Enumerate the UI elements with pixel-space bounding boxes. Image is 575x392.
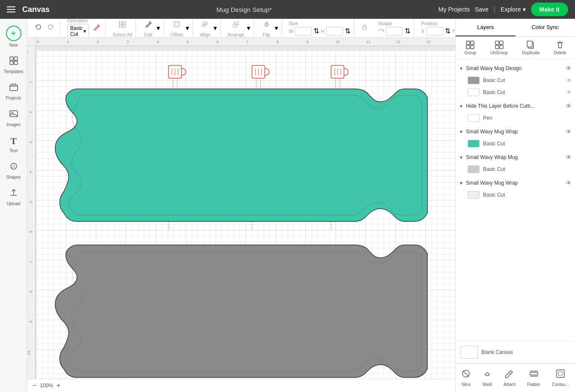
top-nav: Canvas Mug Design Setup* My Projects Sav…	[0, 0, 575, 19]
align-dropdown-arrow[interactable]: ▾	[213, 24, 217, 32]
hamburger-menu[interactable]	[7, 6, 15, 12]
edit-button[interactable]	[143, 19, 154, 31]
save-button[interactable]: Save	[475, 6, 489, 13]
mug-icon-3	[331, 65, 348, 89]
height-stepper-icon: ⇅	[345, 27, 350, 35]
chevron-icon: ▾	[83, 28, 86, 34]
width-input[interactable]	[295, 27, 312, 35]
sidebar-item-shapes[interactable]: Shapes	[0, 158, 27, 183]
mug-icon-2	[252, 65, 269, 89]
layer-item-bc2[interactable]: Basic Cut 👁	[456, 86, 575, 98]
redo-button[interactable]	[45, 22, 56, 34]
teal-wrap-shape[interactable]	[36, 50, 455, 379]
slice-button[interactable]: Slice	[458, 367, 474, 389]
layers-content: ▼ Small Wavy Mug Design 👁 Basic Cut 👁 Ba…	[456, 59, 575, 341]
layer-item-bc3[interactable]: Basic Cut	[456, 138, 575, 150]
layer-item-bc4[interactable]: Basic Cut	[456, 163, 575, 175]
svg-text:7: 7	[29, 261, 33, 263]
undo-button[interactable]	[33, 22, 44, 34]
flatten-button[interactable]: Flatten	[524, 367, 544, 389]
lock-icon[interactable]	[358, 24, 371, 32]
height-input[interactable]	[326, 27, 343, 35]
mug-icon-1	[169, 65, 186, 89]
svg-text:3: 3	[29, 141, 33, 143]
eye-icon[interactable]: 👁	[566, 65, 572, 72]
arrange-button[interactable]	[230, 19, 241, 31]
weld-button[interactable]: Weld	[479, 367, 495, 389]
eye-icon[interactable]: 👁	[566, 103, 572, 109]
weld-icon	[483, 369, 492, 380]
align-section: Align ▾	[196, 19, 221, 37]
x-input[interactable]	[426, 27, 443, 35]
make-it-button[interactable]: Make It	[531, 3, 568, 16]
rotate-input[interactable]	[386, 27, 403, 35]
chevron-down-icon: ▾	[523, 6, 526, 13]
eye-icon[interactable]: 👁	[566, 89, 572, 95]
eye-icon[interactable]: 👁	[566, 128, 572, 135]
operation-dropdown[interactable]: Basic Cut ▾	[67, 24, 89, 38]
projects-icon	[9, 83, 18, 94]
zoom-in-button[interactable]: +	[56, 382, 60, 389]
svg-text:1: 1	[29, 81, 33, 83]
svg-text:6: 6	[29, 231, 33, 233]
svg-marker-23	[264, 22, 267, 27]
edit-dropdown-arrow[interactable]: ▾	[157, 24, 160, 32]
tab-layers[interactable]: Layers	[456, 19, 516, 36]
group-button[interactable]: Group	[465, 40, 477, 55]
canvas-scroll[interactable]	[36, 46, 455, 379]
sidebar-item-templates[interactable]: Templates	[0, 53, 27, 77]
svg-rect-78	[467, 42, 473, 48]
width-stepper-icon: ⇅	[314, 27, 319, 35]
layer-item-bc1[interactable]: Basic Cut 👁	[456, 74, 575, 86]
layer-group-header-mug-design[interactable]: ▼ Small Wavy Mug Design 👁	[456, 62, 575, 74]
sidebar-item-new[interactable]: + New	[0, 22, 27, 51]
zoom-out-button[interactable]: −	[33, 382, 36, 389]
color-swatch-lighter-gray	[468, 191, 480, 199]
collapse-arrow-icon: ▼	[459, 130, 463, 134]
layer-group-header-wrap-teal[interactable]: ▼ Small Wavy Mug Wrap 👁	[456, 126, 575, 138]
ungroup-button[interactable]: UnGroup	[490, 40, 508, 55]
align-button[interactable]	[200, 19, 211, 31]
sidebar-item-upload[interactable]: Upload	[0, 185, 27, 209]
delete-button[interactable]: Delete	[554, 40, 566, 55]
explore-button[interactable]: Explore ▾	[501, 6, 525, 13]
layer-group-header-wrap-gray[interactable]: ▼ Small Wavy Wrap Mug 👁	[456, 151, 575, 163]
svg-line-86	[463, 371, 469, 377]
color-swatch-light-gray	[468, 165, 480, 173]
canvas-area: 0 1 2 3 4 5 6 7 8 9 10 11 12	[27, 38, 455, 392]
svg-text:9: 9	[29, 321, 33, 323]
svg-rect-77	[471, 45, 474, 49]
arrange-dropdown-arrow[interactable]: ▾	[247, 24, 250, 32]
svg-text:4: 4	[29, 171, 33, 173]
eye-icon[interactable]: 👁	[566, 77, 572, 83]
svg-text:2: 2	[29, 111, 33, 113]
sidebar-item-text[interactable]: T Text	[0, 132, 27, 156]
app-logo: Canvas	[22, 5, 50, 14]
attach-button[interactable]: Attach	[500, 367, 519, 389]
my-projects-link[interactable]: My Projects	[439, 6, 470, 13]
sidebar-item-projects[interactable]: Projects	[0, 79, 27, 104]
sidebar-item-images[interactable]: Images	[0, 106, 27, 130]
edit-color-button[interactable]	[92, 22, 102, 34]
contour-button[interactable]: Contou...	[548, 367, 573, 389]
svg-text:7: 7	[246, 40, 249, 44]
layer-group-header-wrap-bottom[interactable]: ▼ Small Wavy Mug Wrap 👁	[456, 177, 575, 189]
duplicate-button[interactable]: Duplicate	[522, 40, 540, 55]
eye-icon[interactable]: 👁	[566, 154, 572, 161]
flip-dropdown-arrow[interactable]: ▾	[275, 24, 278, 32]
select-all-button[interactable]	[117, 19, 128, 31]
svg-rect-75	[471, 41, 474, 44]
layer-group-hide: ▼ Hide This Layer Before Cutti... 👁 Pen	[456, 100, 575, 124]
svg-rect-2	[10, 61, 13, 65]
svg-text:5: 5	[187, 40, 189, 44]
offset-button[interactable]	[171, 19, 182, 31]
flip-button[interactable]	[261, 19, 272, 31]
layer-item-bc5[interactable]: Basic Cut	[456, 189, 575, 201]
layer-group-header-hide[interactable]: ▼ Hide This Layer Before Cutti... 👁	[456, 100, 575, 112]
tab-color-sync[interactable]: Color Sync	[516, 19, 575, 36]
eye-icon[interactable]: 👁	[566, 180, 572, 186]
layer-item-pen[interactable]: Pen	[456, 112, 575, 124]
svg-point-6	[12, 112, 13, 114]
svg-rect-4	[10, 85, 18, 91]
offset-dropdown-arrow[interactable]: ▾	[186, 24, 189, 32]
